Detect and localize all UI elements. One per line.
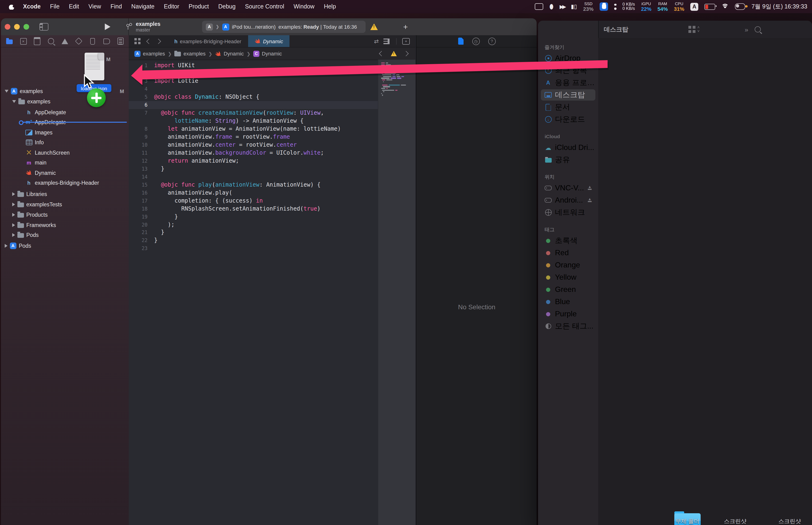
code-line[interactable]: 3import Lottie [129,77,378,85]
sidebar-item-초록색[interactable]: 초록색 [541,235,595,246]
menu-item-source-control[interactable]: Source Control [240,3,289,10]
issue-navigator-icon[interactable] [61,38,68,45]
navigator-row-pods[interactable]: Pods [1,230,129,240]
symbol-navigator-icon[interactable] [33,38,41,45]
code-line[interactable]: 20 ); [129,221,378,228]
columns-icon[interactable]: ▮▯ [571,3,577,10]
code-line[interactable]: 12 return animationView; [129,157,378,165]
back-icon[interactable] [147,39,152,44]
view-switcher-icon[interactable] [688,26,695,33]
battery-icon[interactable] [704,3,715,10]
disclosure-closed-icon[interactable] [12,192,15,196]
sidebar-item-iCloud-Dri-[interactable]: ☁iCloud Dri... [541,142,595,153]
breadcrumb-item-0[interactable]: Aexamples [134,50,165,57]
code-line[interactable]: 13 } [129,165,378,173]
fast-forward-icon[interactable]: ▶▶ [560,3,565,10]
navigator-row-main[interactable]: mmain [1,158,129,167]
debug-navigator-icon[interactable] [89,38,96,45]
report-navigator-icon[interactable] [117,38,124,45]
sidebar-item-응용-프로그램[interactable]: A응용 프로그램 [541,77,595,88]
code-line[interactable]: 22} [129,236,378,244]
menu-clock[interactable]: 7월 9일 (토) 16:39:33 [751,3,807,11]
disclosure-closed-icon[interactable] [12,233,15,237]
sidebar-item-데스크탑[interactable]: 데스크탑 [541,89,595,101]
sidebar-item-Androi-[interactable]: Androi...▲▬ [541,195,595,206]
project-navigator-icon[interactable]: #navrail .foldericon:before{background:#… [6,38,13,45]
igpu-status[interactable]: iGPU 22% [641,2,651,12]
ram-status[interactable]: RAM 54% [657,2,668,12]
cpu-status[interactable]: CPU 31% [674,2,684,12]
disclosure-open-icon[interactable] [5,90,9,92]
breakpoint-navigator-icon[interactable] [103,38,110,45]
code-line[interactable]: 21 } [129,228,378,236]
forward-icon[interactable] [156,39,161,44]
input-method-icon[interactable]: A [690,3,698,11]
run-button[interactable] [105,24,110,30]
navigator-row-examplestests[interactable]: examplesTests [1,199,129,209]
breadcrumb-item-2[interactable]: Dynamic [215,50,244,57]
navigator-row-frameworks[interactable]: Frameworks [1,220,129,230]
close-button[interactable] [5,24,10,30]
menu-app-name[interactable]: Xcode [18,3,45,10]
quick-help-icon[interactable]: ? [488,38,495,45]
view-chevrons-icon[interactable]: ˄˅ [698,26,700,33]
test-navigator-icon[interactable] [75,38,82,45]
navigator-row-libraries[interactable]: Libraries [1,189,129,199]
breadcrumb-item-1[interactable]: examples [174,51,205,56]
navigator-row-appdelegate[interactable]: hAppDelegate [1,107,129,117]
counterparts-icon[interactable]: ⇄ [374,38,378,44]
sidebar-item-다운로드[interactable]: ↓다운로드 [541,114,595,125]
menu-item-editor[interactable]: Editor [159,3,184,10]
source-editor[interactable]: 1import UIKit2import Foundation3import L… [129,60,378,525]
code-line[interactable]: 15 @objc func play(animationView: Animat… [129,181,378,189]
navigator-row-launchscreen[interactable]: ⤬LaunchScreen [1,148,129,158]
toolbar-more-icon[interactable]: » [745,26,748,33]
sidebar-item-VNC-V-[interactable]: VNC-V...▲▬ [541,182,595,194]
navigator-toggle-icon[interactable] [40,23,48,31]
display-mirroring-icon[interactable] [535,3,543,10]
breadcrumb-item-3[interactable]: CDynamic [253,50,282,57]
menu-item-window[interactable]: Window [289,3,319,10]
apple-icon[interactable] [9,3,15,10]
tab-overview-icon[interactable] [134,38,140,44]
menu-item-debug[interactable]: Debug [214,3,240,10]
minimap-toggle-icon[interactable] [383,38,389,44]
sidebar-item-Green[interactable]: Green [541,284,595,295]
menu-item-edit[interactable]: Edit [64,3,83,10]
editor-tab-examples-bridging-header[interactable]: hexamples-Bridging-Header [168,35,248,47]
minimap[interactable] [378,60,415,525]
network-speed[interactable]: 0 KB/s 0 KB/s [623,2,635,11]
navigator-row-images[interactable]: Images [1,127,129,137]
sidebar-item-문서[interactable]: 문서 [541,102,595,113]
search-icon[interactable] [755,26,761,32]
disclosure-open-icon[interactable] [12,100,16,103]
menu-item-navigate[interactable]: Navigate [127,3,159,10]
editor-tab-dynamic[interactable]: Dynamic [248,35,290,47]
sidebar-item-공유[interactable]: 공유 [541,154,595,165]
sidebar-item-Orange[interactable]: Orange [541,259,595,271]
add-editor-icon[interactable]: + [402,38,410,44]
menu-item-find[interactable]: Find [106,3,127,10]
history-inspector-icon[interactable]: ◷ [472,38,479,45]
issue-warning-icon[interactable] [391,51,397,56]
scheme-info[interactable]: examples master [136,21,160,32]
sidebar-item-Purple[interactable]: Purple [541,308,595,320]
code-line[interactable]: 5@objc class Dynamic: NSObject { [129,93,378,101]
file-inspector-icon[interactable] [458,38,463,45]
code-line[interactable]: 11 animationView.backgroundColor = UICol… [129,149,378,157]
navigator-row-examples-bridging-header[interactable]: hexamples-Bridging-Header [1,178,129,188]
sidebar-item-Red[interactable]: Red [541,247,595,258]
sidebar-item-모든-태그-[interactable]: 모든 태그... [541,320,595,332]
menu-item-product[interactable]: Product [184,3,214,10]
menu-item-file[interactable]: File [45,3,64,10]
disclosure-closed-icon[interactable] [12,202,15,206]
new-tab-button[interactable]: + [403,22,408,32]
sidebar-item-Blue[interactable]: Blue [541,296,595,308]
file-label[interactable]: 스크린샷 [757,518,812,525]
navigator-row-products[interactable]: Products [1,210,129,220]
code-line[interactable]: 14 [129,173,378,181]
code-line[interactable]: 8 let animationView = AnimationView(name… [129,125,378,133]
eject-icon[interactable]: ▲▬ [588,186,592,190]
ssd-status[interactable]: SSD 23% [583,2,594,12]
wifi-icon[interactable] [721,4,729,10]
